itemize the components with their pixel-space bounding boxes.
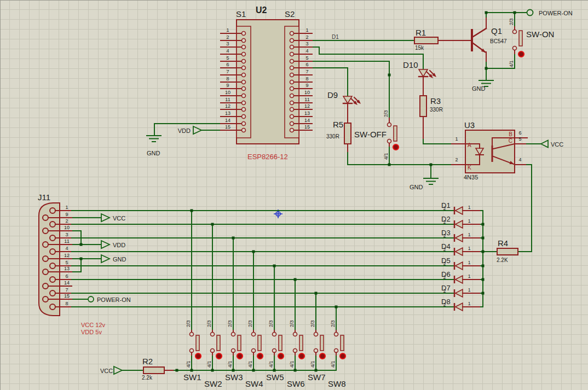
component-d1[interactable] bbox=[456, 207, 463, 214]
j11-pin[interactable] bbox=[43, 242, 48, 247]
sw1-actuator[interactable] bbox=[195, 353, 201, 359]
u2-pin[interactable] bbox=[242, 60, 246, 63]
switch-pin[interactable] bbox=[273, 349, 276, 353]
switch-pin[interactable] bbox=[190, 333, 194, 336]
u2-pin[interactable] bbox=[290, 32, 294, 36]
u2-pin[interactable] bbox=[242, 115, 246, 119]
switch-bar[interactable] bbox=[341, 335, 344, 351]
u2-pin[interactable] bbox=[290, 73, 294, 77]
switch-bar[interactable] bbox=[299, 335, 303, 351]
j11-pin[interactable] bbox=[50, 235, 55, 241]
sw8-actuator[interactable] bbox=[340, 353, 345, 359]
component-d5[interactable] bbox=[456, 262, 463, 270]
u2-pin[interactable] bbox=[242, 87, 246, 91]
sw7-actuator[interactable] bbox=[320, 353, 325, 359]
sw-on-actuator[interactable] bbox=[518, 51, 524, 57]
switch-pin[interactable] bbox=[314, 333, 318, 336]
j11-pin[interactable] bbox=[43, 269, 48, 275]
component-u3-4n35[interactable] bbox=[465, 130, 515, 173]
switch-bar[interactable] bbox=[238, 335, 241, 351]
component-r4[interactable] bbox=[497, 248, 518, 255]
u2-pin[interactable] bbox=[242, 80, 246, 84]
u2-pin[interactable] bbox=[290, 122, 294, 126]
u2-pin[interactable] bbox=[290, 101, 294, 105]
switch-pin[interactable] bbox=[211, 333, 215, 336]
u2-pin[interactable] bbox=[242, 66, 246, 70]
sw3-actuator[interactable] bbox=[237, 353, 243, 359]
switch-pin[interactable] bbox=[273, 333, 276, 336]
u2-pin[interactable] bbox=[290, 94, 294, 98]
component-r1[interactable] bbox=[414, 37, 438, 44]
j11-pin[interactable] bbox=[43, 215, 48, 220]
j11-pin[interactable] bbox=[43, 296, 48, 302]
switch-bar[interactable] bbox=[258, 335, 261, 351]
u2-pin[interactable] bbox=[290, 115, 294, 119]
component-d6[interactable] bbox=[456, 276, 463, 283]
terminal-vcc-u3[interactable] bbox=[541, 141, 548, 148]
j11-pin[interactable] bbox=[50, 304, 55, 310]
switch-pin[interactable] bbox=[232, 349, 235, 353]
u2-pin[interactable] bbox=[242, 53, 246, 56]
u2-pin[interactable] bbox=[290, 129, 294, 132]
sw5-actuator[interactable] bbox=[278, 353, 284, 359]
switch-bar[interactable] bbox=[320, 335, 324, 351]
terminal-vdd-u2[interactable] bbox=[193, 126, 201, 134]
u2-pin[interactable] bbox=[242, 45, 246, 49]
component-q1-bc547[interactable] bbox=[471, 28, 486, 52]
switch-pin[interactable] bbox=[252, 349, 256, 353]
u2-pin[interactable] bbox=[242, 94, 246, 98]
u2-pin[interactable] bbox=[242, 101, 246, 105]
component-r5[interactable] bbox=[344, 123, 351, 144]
j11-pin[interactable] bbox=[43, 256, 48, 261]
u2-pin[interactable] bbox=[242, 122, 246, 126]
component-d4[interactable] bbox=[456, 248, 463, 255]
u2-pin[interactable] bbox=[290, 87, 294, 91]
u2-pin[interactable] bbox=[290, 60, 294, 63]
j11-pin[interactable] bbox=[43, 228, 48, 234]
u2-pin[interactable] bbox=[242, 32, 246, 36]
j11-pin[interactable] bbox=[50, 277, 55, 282]
switch-bar[interactable] bbox=[196, 335, 199, 351]
terminal-power-on-j11[interactable] bbox=[88, 296, 94, 302]
j11-pin[interactable] bbox=[50, 263, 55, 269]
u2-pin[interactable] bbox=[242, 39, 246, 43]
j11-pin[interactable] bbox=[50, 222, 55, 227]
switch-pin[interactable] bbox=[211, 349, 215, 353]
switch-pin[interactable] bbox=[252, 333, 256, 336]
u2-pin[interactable] bbox=[242, 129, 246, 132]
component-d2[interactable] bbox=[456, 220, 463, 228]
u2-pin[interactable] bbox=[290, 80, 294, 84]
u2-pin[interactable] bbox=[290, 53, 294, 56]
terminal-vdd-j11[interactable] bbox=[101, 241, 109, 248]
terminal-gnd-j11[interactable] bbox=[101, 255, 109, 263]
u2-pin[interactable] bbox=[290, 45, 294, 49]
component-r3[interactable] bbox=[420, 96, 426, 117]
j11-pin[interactable] bbox=[50, 208, 55, 213]
switch-pin[interactable] bbox=[190, 349, 194, 353]
u2-pin[interactable] bbox=[290, 39, 294, 43]
switch-pin[interactable] bbox=[335, 349, 338, 353]
switch-pin[interactable] bbox=[293, 349, 297, 353]
j11-pin[interactable] bbox=[50, 249, 55, 254]
schematic-canvas[interactable]: U2 S1 S2 ESP8266-12 VDD GND D1 R1 15k Q1… bbox=[0, 0, 588, 390]
switch-pin[interactable] bbox=[293, 333, 297, 336]
switch-bar[interactable] bbox=[279, 335, 282, 351]
component-d3[interactable] bbox=[456, 234, 463, 242]
u2-pin[interactable] bbox=[242, 108, 246, 112]
terminal-vcc-bottom[interactable] bbox=[114, 366, 122, 374]
terminal-vcc-j11[interactable] bbox=[101, 214, 109, 222]
switch-pin[interactable] bbox=[314, 349, 318, 353]
switch-pin[interactable] bbox=[335, 333, 338, 336]
u2-pin[interactable] bbox=[290, 66, 294, 70]
component-d10-led[interactable] bbox=[419, 69, 435, 77]
sw4-actuator[interactable] bbox=[257, 353, 263, 359]
terminal-power-on-top[interactable] bbox=[527, 10, 533, 16]
sw-off-actuator[interactable] bbox=[393, 144, 399, 150]
component-d7[interactable] bbox=[456, 289, 463, 297]
component-r2[interactable] bbox=[143, 367, 164, 374]
component-d8[interactable] bbox=[456, 303, 463, 311]
switch-bar[interactable] bbox=[217, 335, 220, 351]
switch-pin[interactable] bbox=[232, 333, 235, 336]
component-d9-led[interactable] bbox=[343, 96, 359, 103]
j11-pin[interactable] bbox=[50, 290, 55, 296]
